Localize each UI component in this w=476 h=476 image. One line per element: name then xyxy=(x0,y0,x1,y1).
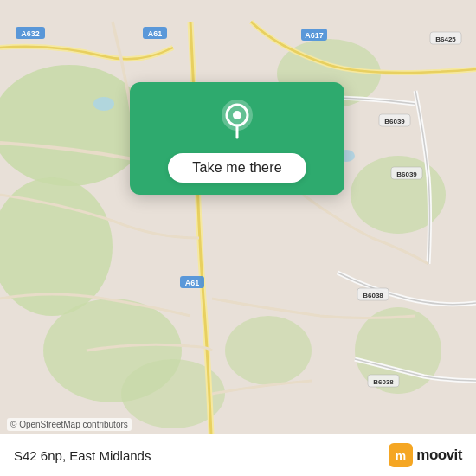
svg-text:A617: A617 xyxy=(305,31,324,40)
copyright-text: © OpenStreetMap contributors xyxy=(7,418,132,431)
svg-text:B6039: B6039 xyxy=(396,170,417,178)
svg-text:B6039: B6039 xyxy=(384,118,405,125)
svg-text:m: m xyxy=(396,449,406,463)
moovit-logo-text: moovit xyxy=(416,447,462,464)
svg-text:A61: A61 xyxy=(185,279,200,287)
svg-text:B6425: B6425 xyxy=(435,35,456,43)
svg-text:B6038: B6038 xyxy=(363,292,383,299)
bottom-bar: S42 6np, East Midlands m moovit xyxy=(0,434,476,476)
location-text: S42 6np, East Midlands xyxy=(14,448,151,463)
svg-point-9 xyxy=(93,97,114,111)
map-container: A632 A61 A617 B6425 B6038 B6039 B6039 A6… xyxy=(0,0,476,476)
location-card: Take me there xyxy=(130,82,344,195)
moovit-logo-icon: m xyxy=(389,443,413,467)
moovit-logo: m moovit xyxy=(389,443,462,467)
svg-point-6 xyxy=(225,316,312,385)
svg-point-33 xyxy=(233,111,241,119)
map-background: A632 A61 A617 B6425 B6038 B6039 B6039 A6… xyxy=(0,0,476,476)
pin-icon xyxy=(215,98,260,143)
svg-text:A61: A61 xyxy=(148,29,163,38)
svg-text:B6038: B6038 xyxy=(373,378,394,386)
svg-text:A632: A632 xyxy=(21,29,40,38)
take-me-there-button[interactable]: Take me there xyxy=(168,153,306,183)
